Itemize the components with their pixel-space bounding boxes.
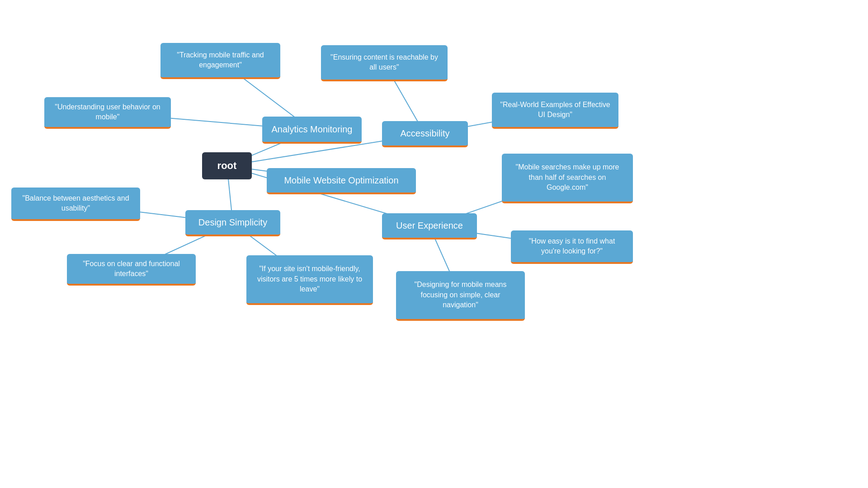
leaf10-node[interactable]: "Designing for mobile means focusing on … <box>396 271 525 321</box>
leaf4-label: "Real-World Examples of Effective UI Des… <box>499 100 611 120</box>
analytics-node[interactable]: Analytics Monitoring <box>262 117 362 144</box>
analytics-label: Analytics Monitoring <box>272 124 353 135</box>
leaf5-node[interactable]: "Balance between aesthetics and usabilit… <box>11 188 140 221</box>
leaf7-node[interactable]: "If your site isn't mobile-friendly, vis… <box>246 255 373 305</box>
leaf1-node[interactable]: "Tracking mobile traffic and engagement" <box>160 43 280 79</box>
mobile-opt-node[interactable]: Mobile Website Optimization <box>267 168 416 194</box>
ux-label: User Experience <box>396 221 463 231</box>
accessibility-node[interactable]: Accessibility <box>382 121 468 147</box>
leaf10-label: "Designing for mobile means focusing on … <box>403 280 518 310</box>
leaf6-node[interactable]: "Focus on clear and functional interface… <box>67 254 196 286</box>
mobile-opt-label: Mobile Website Optimization <box>284 175 398 186</box>
leaf9-node[interactable]: "How easy is it to find what you're look… <box>511 230 633 264</box>
leaf9-label: "How easy is it to find what you're look… <box>518 236 626 257</box>
leaf6-label: "Focus on clear and functional interface… <box>74 259 189 279</box>
leaf8-label: "Mobile searches make up more than half … <box>509 162 626 192</box>
leaf3-label: "Ensuring content is reachable by all us… <box>328 52 440 73</box>
leaf8-node[interactable]: "Mobile searches make up more than half … <box>502 154 633 203</box>
root-node[interactable]: root <box>202 152 252 179</box>
accessibility-label: Accessibility <box>401 128 450 139</box>
leaf5-label: "Balance between aesthetics and usabilit… <box>19 193 133 214</box>
leaf4-node[interactable]: "Real-World Examples of Effective UI Des… <box>492 93 618 129</box>
leaf7-label: "If your site isn't mobile-friendly, vis… <box>254 264 366 294</box>
leaf1-label: "Tracking mobile traffic and engagement" <box>168 50 273 70</box>
design-label: Design Simplicity <box>198 217 267 228</box>
leaf2-label: "Understanding user behavior on mobile" <box>52 102 164 122</box>
leaf3-node[interactable]: "Ensuring content is reachable by all us… <box>321 45 448 81</box>
design-node[interactable]: Design Simplicity <box>185 210 280 236</box>
ux-node[interactable]: User Experience <box>382 213 477 239</box>
root-label: root <box>217 160 237 172</box>
leaf2-node[interactable]: "Understanding user behavior on mobile" <box>44 97 171 129</box>
